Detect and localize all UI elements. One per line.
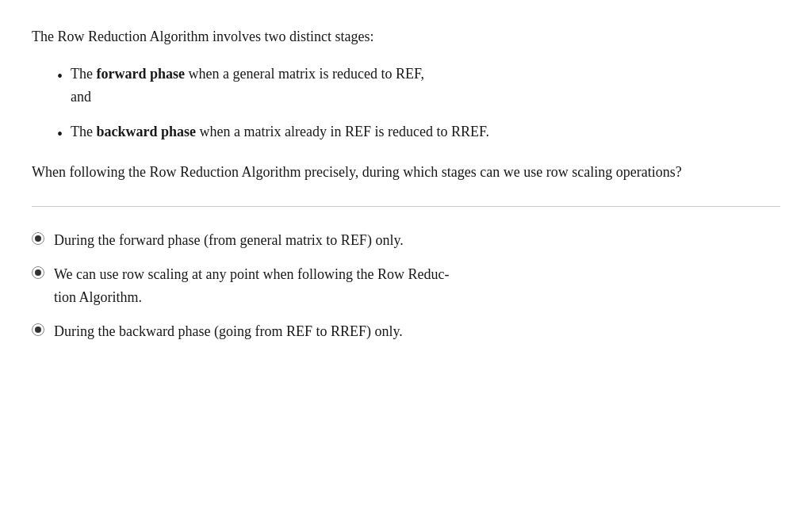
answer-option-1[interactable]: During the forward phase (from general m… bbox=[32, 229, 780, 252]
answer-label-3: During the backward phase (going from RE… bbox=[54, 320, 780, 343]
bullet-text-2: The backward phase when a matrix already… bbox=[71, 120, 780, 143]
answer-option-3[interactable]: During the backward phase (going from RE… bbox=[32, 320, 780, 343]
bullet2-prefix: The bbox=[71, 124, 96, 139]
answer-label-2-line1: We can use row scaling at any point when… bbox=[54, 266, 449, 282]
intro-text: The Row Reduction Algorithm involves two… bbox=[32, 25, 780, 48]
bullet1-prefix: The bbox=[71, 66, 96, 82]
bullet-dot-2: • bbox=[57, 121, 63, 147]
question-section: The Row Reduction Algorithm involves two… bbox=[32, 25, 780, 207]
bullet1-continuation: and bbox=[71, 89, 91, 105]
bullet2-bold: backward phase bbox=[97, 124, 197, 139]
radio-1[interactable] bbox=[32, 232, 44, 245]
answers-section: During the forward phase (from general m… bbox=[32, 207, 780, 342]
bullet1-bold: forward phase bbox=[97, 66, 186, 82]
answer-option-2[interactable]: We can use row scaling at any point when… bbox=[32, 263, 780, 309]
bullet-item-1: • The forward phase when a general matri… bbox=[57, 63, 780, 109]
answer-label-2-line2: tion Algorithm. bbox=[54, 289, 142, 305]
bullet1-suffix: when a general matrix is reduced to REF, bbox=[185, 66, 424, 82]
bullet-dot-1: • bbox=[57, 63, 63, 89]
bullet-text-1: The forward phase when a general matrix … bbox=[71, 63, 780, 109]
radio-2[interactable] bbox=[32, 266, 44, 279]
radio-3[interactable] bbox=[32, 323, 44, 336]
answer-label-1: During the forward phase (from general m… bbox=[54, 229, 780, 252]
answer-label-2: We can use row scaling at any point when… bbox=[54, 263, 780, 309]
follow-up-text: When following the Row Reduction Algorit… bbox=[32, 161, 780, 184]
bullet-item-2: • The backward phase when a matrix alrea… bbox=[57, 120, 780, 147]
bullet2-suffix: when a matrix already in REF is reduced … bbox=[196, 124, 489, 139]
bullet-list: • The forward phase when a general matri… bbox=[57, 63, 780, 147]
